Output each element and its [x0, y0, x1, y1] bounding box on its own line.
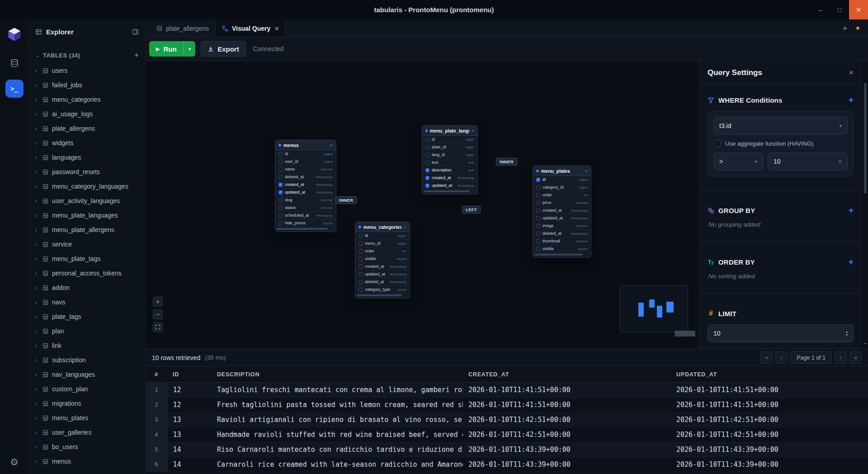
- cell-id[interactable]: 12: [167, 397, 212, 412]
- field-checkbox[interactable]: [359, 288, 363, 292]
- limit-input[interactable]: 10 ▴▾: [708, 324, 854, 342]
- sidebar-item-menu_plate_allergens[interactable]: ›menu_plate_allergens: [29, 223, 145, 237]
- node-field-id[interactable]: idbigint: [422, 136, 477, 143]
- ai-assistant-icon[interactable]: ✦: [855, 24, 861, 33]
- field-checkbox[interactable]: [278, 160, 283, 164]
- maximize-button[interactable]: □: [830, 0, 849, 19]
- node-field-deleted_at[interactable]: deleted_attimestamp: [533, 230, 591, 237]
- new-tab-button[interactable]: +: [842, 24, 847, 33]
- cell-description[interactable]: Riso Carnaroli mantecato con radicchio t…: [212, 442, 463, 457]
- cell-updated-at[interactable]: 2026-01-10T11:41:51+00:00: [671, 382, 868, 397]
- node-field-category_type[interactable]: category_typeenum: [355, 286, 410, 294]
- field-checkbox[interactable]: [359, 265, 363, 269]
- diagram-node-menu_categories[interactable]: menu_categories×idbigintmenu_idbigintord…: [355, 222, 410, 299]
- run-button[interactable]: ▶ Run: [149, 41, 184, 57]
- node-field-deleted_at[interactable]: deleted_attimestamp: [275, 173, 336, 181]
- node-field-id[interactable]: idbigint: [355, 232, 410, 240]
- field-checkbox[interactable]: [536, 185, 540, 190]
- cell-id[interactable]: 13: [167, 427, 212, 442]
- cell-id[interactable]: 13: [167, 412, 212, 427]
- panel-scrollbar[interactable]: ⌄: [862, 61, 868, 348]
- sidebar-item-migrations[interactable]: ›migrations: [29, 396, 145, 411]
- node-field-visible[interactable]: visibletinyint: [355, 255, 410, 263]
- node-scrollbar[interactable]: [424, 190, 476, 193]
- join-badge-left[interactable]: LEFT: [462, 206, 481, 213]
- field-checkbox[interactable]: [425, 153, 429, 157]
- tab-visual-query[interactable]: Visual Query ×: [215, 20, 286, 37]
- node-header[interactable]: menu_plate_languages×: [422, 126, 477, 136]
- field-checkbox[interactable]: [536, 193, 540, 197]
- sidebar-item-menu_category_languages[interactable]: ›menu_category_languages: [29, 179, 145, 194]
- field-checkbox[interactable]: [278, 198, 283, 202]
- sidebar-item-menu_plate_tags[interactable]: ›menu_plate_tags: [29, 251, 145, 266]
- node-field-id[interactable]: ✓idbigint: [533, 176, 591, 184]
- node-field-name[interactable]: namevarchar: [275, 166, 336, 173]
- node-field-price[interactable]: pricedecimal: [533, 199, 591, 207]
- sidebar-item-plate_tags[interactable]: ›plate_tags: [29, 309, 145, 324]
- settings-gear-icon[interactable]: ⚙: [10, 457, 19, 468]
- diagram-node-menu_plate_languages[interactable]: menu_plate_languages×idbigintplate_idbig…: [422, 125, 478, 194]
- field-checkbox[interactable]: [278, 167, 283, 171]
- sidebar-item-menus[interactable]: ›menus: [29, 454, 145, 469]
- field-checkbox[interactable]: [536, 209, 540, 213]
- first-page-button[interactable]: «: [760, 351, 773, 364]
- node-header[interactable]: menus×: [275, 140, 336, 150]
- sidebar-item-service[interactable]: ›service: [29, 237, 145, 251]
- collapse-panel-icon[interactable]: [132, 28, 139, 35]
- sidebar-item-menu_categories[interactable]: ›menu_categories: [29, 92, 145, 107]
- cell-created-at[interactable]: 2026-01-10T11:41:51+00:00: [463, 397, 671, 412]
- column-select[interactable]: t3.id ▾: [713, 117, 848, 135]
- sidebar-item-plan[interactable]: ›plan: [29, 324, 145, 338]
- sidebar-item-widgets[interactable]: ›widgets: [29, 136, 145, 150]
- cell-id[interactable]: 14: [167, 442, 212, 457]
- field-checkbox[interactable]: [359, 242, 363, 246]
- sidebar-item-password_resets[interactable]: ›password_resets: [29, 165, 145, 179]
- table-row[interactable]: 514Riso Carnaroli mantecato con radicchi…: [146, 442, 868, 457]
- table-row[interactable]: 112Tagliolini freschi mantecati con crem…: [146, 382, 868, 397]
- field-checkbox[interactable]: ✓: [425, 176, 429, 180]
- node-scrollbar[interactable]: [277, 228, 335, 230]
- field-checkbox[interactable]: [359, 272, 363, 276]
- col-header-updated-at[interactable]: UPDATED_AT: [671, 367, 868, 382]
- node-field-image[interactable]: imagevarchar: [533, 222, 591, 230]
- node-field-updated_at[interactable]: updated_attimestamp: [533, 214, 591, 222]
- diagram-node-menu_plates[interactable]: menu_plates×✓idbigintcategory_idbigintor…: [533, 166, 591, 258]
- sidebar-item-subscription[interactable]: ›subscription: [29, 353, 145, 367]
- node-field-created_at[interactable]: created_attimestamp: [533, 207, 591, 214]
- cell-created-at[interactable]: 2026-01-10T11:41:51+00:00: [463, 382, 671, 397]
- cell-created-at[interactable]: 2026-01-10T11:42:51+00:00: [463, 427, 671, 442]
- sidebar-item-menu_plate_languages[interactable]: ›menu_plate_languages: [29, 208, 145, 223]
- tables-section-header[interactable]: ⌄ TABLES (34) +: [29, 44, 145, 63]
- field-checkbox[interactable]: [425, 137, 429, 142]
- table-row[interactable]: 313Ravioli artigianali con ripieno di br…: [146, 412, 868, 427]
- aggregate-row[interactable]: Use aggregate function (HAVING): [714, 140, 847, 147]
- node-field-created_at[interactable]: created_attimestamp: [355, 263, 410, 270]
- add-table-button[interactable]: +: [134, 51, 139, 60]
- terminal-nav-icon[interactable]: >_: [5, 80, 24, 98]
- field-checkbox[interactable]: ✓: [425, 168, 429, 172]
- cell-description[interactable]: Tagliolini freschi mantecati con crema a…: [212, 382, 463, 397]
- field-checkbox[interactable]: [278, 152, 283, 156]
- field-checkbox[interactable]: [278, 213, 283, 218]
- field-checkbox[interactable]: ✓: [536, 178, 540, 182]
- cell-created-at[interactable]: 2026-01-10T11:43:39+00:00: [463, 457, 671, 472]
- close-button[interactable]: ✕: [849, 0, 868, 19]
- join-badge-inner[interactable]: INNER: [496, 158, 517, 166]
- node-field-slug[interactable]: slugvarchar: [275, 196, 336, 204]
- sidebar-item-menu_plates[interactable]: ›menu_plates: [29, 411, 145, 425]
- sidebar-item-bo_users[interactable]: ›bo_users: [29, 440, 145, 454]
- node-field-id[interactable]: idbigint: [275, 150, 336, 158]
- sidebar-item-nav_languages[interactable]: ›nav_languages: [29, 367, 145, 382]
- cell-updated-at[interactable]: 2026-01-10T11:41:51+00:00: [671, 397, 868, 412]
- field-checkbox[interactable]: [278, 206, 283, 210]
- node-field-order[interactable]: orderint: [355, 247, 410, 255]
- node-header[interactable]: menu_plates×: [533, 166, 591, 176]
- sidebar-item-languages[interactable]: ›languages: [29, 150, 145, 165]
- field-checkbox[interactable]: ✓: [278, 190, 283, 194]
- run-options-button[interactable]: ▾: [184, 41, 196, 57]
- add-condition-button[interactable]: +: [849, 95, 854, 105]
- node-close-icon[interactable]: ×: [585, 168, 588, 174]
- field-checkbox[interactable]: ✓: [278, 183, 283, 187]
- table-row[interactable]: 413Handmade ravioli stuffed with red win…: [146, 427, 868, 442]
- field-checkbox[interactable]: [359, 234, 363, 238]
